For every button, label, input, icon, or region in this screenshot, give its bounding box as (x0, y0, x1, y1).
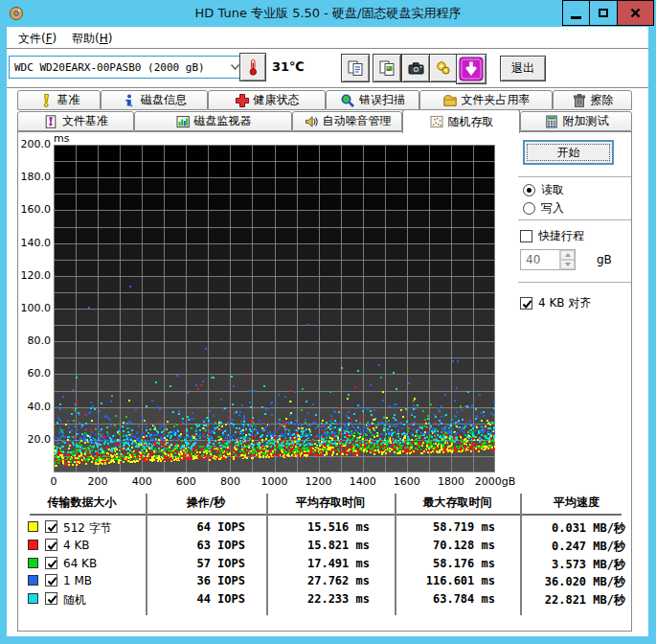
y-tick-label: 140.0 (18, 237, 51, 249)
radio-read[interactable]: 读取 (523, 182, 564, 198)
cell-max: 116.601 ms (395, 574, 495, 587)
tab-磁盘信息[interactable]: 磁盘信息 (101, 90, 208, 110)
radio-write-control (523, 202, 535, 215)
cell-max: 63.784 ms (395, 592, 495, 606)
exit-button[interactable]: 退出 (500, 56, 546, 81)
short-stroke-unit-label: gB (597, 253, 612, 266)
y-tick-label: 120.0 (18, 269, 51, 282)
tab-label: 自动噪音管理 (323, 113, 392, 129)
table-header-0: 传输数据大小 (18, 494, 146, 512)
short-stroke-label: 快捷行程 (538, 228, 584, 244)
menu-item-f[interactable]: 文件(F) (14, 30, 60, 48)
series-checkbox[interactable] (45, 592, 57, 605)
cell-speed: 22.821 MB/秒 (520, 592, 625, 609)
health-cross-icon (235, 93, 250, 108)
cell-ops: 44 IOPS (146, 592, 245, 606)
extra-tests-icon (544, 114, 559, 129)
folder-icon (442, 93, 458, 108)
align-4kb-checkbox[interactable]: 4 KB 对齐 (520, 295, 591, 311)
camera-icon (407, 59, 425, 78)
tab-文件夹占用率[interactable]: 文件夹占用率 (419, 90, 553, 110)
y-tick-label: 40.0 (18, 401, 51, 413)
close-icon (629, 7, 642, 19)
tab-label: 随机存取 (448, 114, 494, 130)
file-benchmark-icon (43, 114, 58, 129)
tab-磁盘监视器[interactable]: 磁盘监视器 (134, 111, 292, 131)
copy-text-button[interactable] (341, 54, 370, 82)
cell-speed: 0.031 MB/秒 (520, 520, 625, 537)
series-checkbox[interactable] (45, 574, 57, 586)
tab-自动噪音管理[interactable]: 自动噪音管理 (292, 111, 402, 131)
cell-speed: 0.247 MB/秒 (520, 539, 625, 555)
maximize-button[interactable] (589, 0, 618, 26)
tab-文件基准[interactable]: 文件基准 (17, 111, 134, 131)
tab-基准[interactable]: 基准 (17, 90, 101, 110)
y-tick-label: 180.0 (18, 171, 51, 183)
eraser-trash-icon (572, 93, 587, 108)
random-scatter-icon (429, 114, 444, 129)
keys-button[interactable] (429, 54, 458, 82)
radio-write[interactable]: 写入 (523, 200, 564, 217)
cell-avg: 22.233 ms (266, 592, 370, 606)
window-title: HD Tune 专业版 5.50 - 硬盘/固态硬盘实用程序 (0, 5, 656, 22)
spin-up-button[interactable] (560, 250, 575, 260)
cell-ops: 36 IOPS (146, 574, 245, 587)
tab-随机存取[interactable]: 随机存取 (402, 109, 520, 133)
radio-write-label: 写入 (541, 200, 564, 217)
short-stroke-checkbox[interactable]: 快捷行程 (520, 228, 584, 244)
tab-label: 磁盘信息 (141, 92, 187, 108)
cell-speed: 3.573 MB/秒 (520, 557, 625, 573)
tab-附加测试[interactable]: 附加测试 (520, 111, 632, 131)
random-access-panel: ms 200.0180.0160.0140.0120.0100.080.060.… (17, 131, 632, 632)
y-tick-label: 200.0 (18, 138, 51, 150)
exclaim-icon (38, 93, 54, 108)
temperature-button[interactable] (239, 53, 266, 81)
series-checkbox[interactable] (45, 520, 57, 533)
tab-label: 健康状态 (254, 92, 300, 108)
cell-speed: 36.020 MB/秒 (520, 574, 625, 590)
radio-read-control (523, 184, 535, 196)
series-color-swatch (28, 593, 38, 604)
save-results-button[interactable] (456, 54, 486, 84)
tab-擦除[interactable]: 擦除 (553, 90, 632, 110)
y-axis-unit-label: ms (54, 132, 69, 145)
spin-up-icon (565, 253, 571, 257)
radio-read-label: 读取 (541, 182, 564, 198)
minimize-icon (571, 16, 581, 19)
short-stroke-checkbox-control (520, 230, 532, 242)
spinner (559, 250, 575, 269)
cell-max: 70.128 ms (395, 539, 495, 552)
short-stroke-size-input[interactable]: 40 (520, 249, 576, 270)
tab-健康状态[interactable]: 健康状态 (208, 90, 326, 110)
series-checkbox[interactable] (45, 557, 57, 569)
keys-icon (435, 59, 453, 78)
cell-avg: 15.516 ms (266, 520, 370, 534)
series-color-swatch (28, 558, 38, 568)
copy-image-button[interactable] (373, 54, 401, 82)
series-label: 1 MB (63, 574, 92, 587)
client-area: 文件(F)帮助(H) WDC WD20EARX-00PASB0 (2000 gB… (7, 27, 648, 636)
minimize-button[interactable] (562, 0, 589, 26)
tab-错误扫描[interactable]: 错误扫描 (326, 90, 419, 110)
maximize-icon (599, 9, 608, 17)
scan-magnifier-icon (340, 93, 355, 108)
spin-down-button[interactable] (560, 260, 575, 269)
copy-image-icon (378, 59, 396, 78)
table-header-4: 平均速度 (520, 494, 633, 512)
series-checkbox[interactable] (45, 539, 57, 551)
close-button[interactable] (618, 0, 654, 26)
table-header-2: 平均存取时间 (266, 494, 395, 512)
temperature-label: 31℃ (272, 59, 305, 74)
hd-tune-window: HD Tune 专业版 5.50 - 硬盘/固态硬盘实用程序 文件(F)帮助(H… (0, 0, 656, 644)
controls-separator-2 (518, 219, 631, 221)
screenshot-button[interactable] (401, 54, 430, 82)
tab-label: 擦除 (591, 92, 614, 108)
series-color-swatch (28, 540, 38, 550)
series-label: 随机 (63, 592, 86, 609)
menu-item-h[interactable]: 帮助(H) (68, 30, 116, 48)
table-header-underline (30, 514, 622, 516)
start-button[interactable]: 开始 (523, 140, 614, 165)
drive-select-dropdown[interactable]: WDC WD20EARX-00PASB0 (2000 gB) (9, 56, 244, 79)
align-4kb-checkbox-control (520, 297, 532, 310)
y-tick-label: 20.0 (18, 433, 51, 446)
